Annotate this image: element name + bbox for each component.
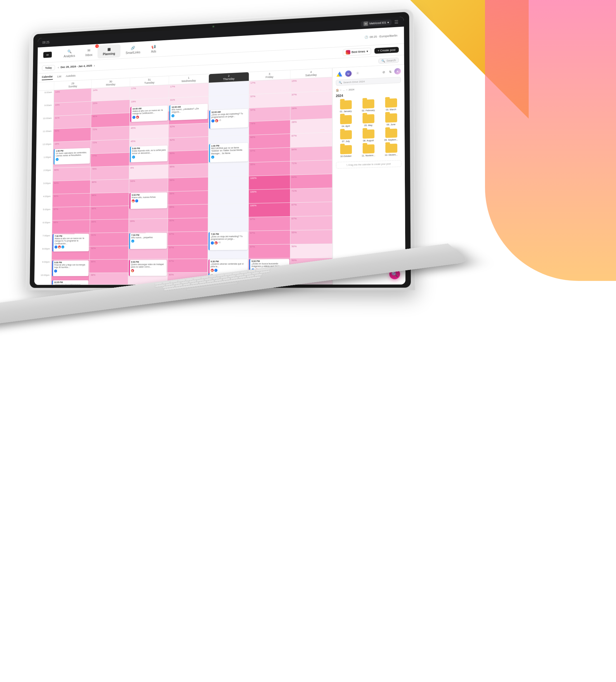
user-avatar-icon[interactable]: U (345, 71, 352, 76)
folder-mar[interactable]: 03. March (381, 98, 401, 111)
slot-mon-1[interactable]: 77% (91, 153, 129, 167)
slot-wed-5[interactable]: 95% (168, 204, 208, 219)
post-thu-1pm[interactable]: 1:00 PM RECUERDA que no se llama 'Sideba… (209, 143, 248, 162)
slot-fri-6[interactable]: 97% (248, 217, 290, 231)
slot-sun-6[interactable]: 88% (52, 220, 90, 233)
slot-wed-4[interactable]: 98% (168, 191, 208, 205)
sidebar-item-ads[interactable]: 📢 Ads (146, 42, 162, 56)
folder-jul[interactable]: 07. July (336, 130, 356, 143)
slot-wed-6[interactable]: 90% (168, 218, 208, 232)
post-sun-9pm[interactable]: 9:00 PM Final de año y llego con la ener… (52, 260, 89, 276)
slot-wed-12[interactable]: 62% (168, 137, 208, 151)
folder-feb[interactable]: 02. February (358, 99, 378, 112)
slot-sun-10[interactable]: 31% (54, 115, 91, 129)
slot-sat-12[interactable]: 67% (290, 132, 332, 147)
slot-thu-9[interactable] (209, 95, 249, 110)
slot-wed-7pm[interactable]: 97% (168, 232, 208, 246)
slot-sun-7pm[interactable]: 92% 7:00 PM Ataba al año con un nuevo ao… (52, 233, 90, 247)
slot-thu-7pm[interactable]: 7:00 PM ¿Eres un ninja del marketing? Tu… (208, 231, 249, 245)
slot-sun-8[interactable]: 14% (54, 88, 92, 103)
slot-mon-11[interactable]: 72% (91, 126, 130, 141)
slot-sun-2[interactable]: 90% (53, 167, 91, 181)
tab-calendar[interactable]: Calendar (42, 75, 53, 80)
slot-fri-8[interactable]: 17% (249, 79, 290, 95)
calendar-search[interactable]: 🔍 Search (379, 58, 399, 63)
slot-mon-3[interactable]: 80% (91, 179, 129, 193)
slot-wed-2[interactable]: 95% (168, 164, 208, 179)
slot-mon-7pm[interactable]: 91% (90, 232, 128, 246)
sidebar-item-analytics[interactable]: 🔍 Analytics (58, 46, 80, 61)
slot-tue-2[interactable]: 8% (129, 165, 168, 179)
folder-nov[interactable]: 11. Noviem... (358, 144, 378, 157)
slot-sat-2[interactable]: 71% (290, 160, 332, 175)
post-tue-5pm[interactable]: 5:00 PM Estás leyendo esto, es tu señal … (130, 145, 168, 162)
sidebar-item-smartlinks[interactable]: 🔗 SmartLinks (120, 43, 146, 57)
slot-fri-4[interactable]: 100% (249, 189, 290, 204)
slot-fri-7pm[interactable]: 97% (248, 230, 290, 245)
slot-tue-9pm[interactable]: 35% 9:00 PM Quiero descargar video de In… (128, 259, 168, 273)
slot-wed-1[interactable]: 90% (168, 150, 208, 165)
slot-tue-3[interactable]: 93% (129, 178, 168, 192)
slot-tue-4[interactable]: 36% 9:00 PM Nuevo año, nuevas fichas ◉ f (129, 192, 168, 206)
post-tue-9pm2[interactable]: 9:00 PM Quiero descargar video de Instap… (129, 260, 167, 276)
slot-sat-11[interactable]: 28% (290, 119, 332, 134)
slot-sat-7pm[interactable]: 55% (290, 230, 333, 244)
slot-sat-5[interactable]: 67% (290, 202, 332, 217)
create-post-button[interactable]: + Create post (374, 46, 399, 53)
slot-thu-6[interactable] (208, 217, 249, 232)
slot-sat-6[interactable]: 67% (290, 216, 333, 231)
slot-sun-12[interactable]: 19% 1:00 PM Un buen calendario de conten… (53, 141, 91, 155)
slot-sat-1[interactable]: 84% (290, 146, 332, 161)
menu-dots[interactable]: ☰ (394, 19, 399, 25)
post-thu-7pm[interactable]: 7:00 PM ¿Eres un ninja del marketing? Tu… (208, 232, 247, 250)
post-thu-10am[interactable]: 10:00 AM ¿Eres un ninja del marketing? T… (209, 109, 248, 129)
slot-thu-3[interactable] (208, 176, 249, 191)
slot-mon-5[interactable]: 88% (90, 206, 129, 220)
tab-autolists[interactable]: Autolists (66, 74, 75, 79)
slot-tue-8[interactable]: 17% (130, 85, 169, 100)
slot-wed-9[interactable]: 31% 10:00 AM Año nuevo, ¿olvidados? ¿De … (169, 96, 209, 111)
slot-fri-1[interactable]: 97% (249, 147, 290, 163)
post-card-mon-10am[interactable]: 10:00 AM Ataba al año con un nuevo ao: l… (131, 106, 168, 122)
filter-icon[interactable]: ⊘ (381, 69, 386, 75)
folder-sep[interactable]: 09. Septem... (381, 128, 401, 141)
prev-week-button[interactable]: ‹ (58, 66, 58, 69)
slot-sun-5[interactable]: 87% (52, 207, 91, 220)
slot-thu-12[interactable]: 1:00 PM RECUERDA que no se llama 'Sideba… (208, 135, 249, 151)
sidebar-item-planning[interactable]: ▦ Planning (98, 44, 120, 59)
slot-sun-3[interactable]: 94% (53, 180, 91, 194)
slot-mon-12[interactable]: 72% (91, 139, 130, 154)
metricool-badge[interactable]: ∞ Metricool ES ▾ (361, 19, 392, 27)
slot-mon-9[interactable]: 23% (91, 100, 130, 115)
folder-apr[interactable]: 04. April (336, 115, 356, 128)
best-times-button[interactable]: Best times ▾ (343, 47, 371, 56)
slot-mon-10pm[interactable]: 38% (90, 273, 128, 285)
slot-sun-11[interactable]: 50% (53, 128, 91, 142)
slot-sat-3[interactable]: 64% (290, 174, 332, 189)
slot-fri-8pm[interactable]: 97% (248, 244, 290, 258)
post-sun-10pm[interactable]: 10:35 PM ¿Crees que las publicaciones me… (52, 280, 89, 285)
slot-sat-9[interactable]: 37% (290, 91, 332, 107)
slot-sat-8pm[interactable]: 50% (290, 244, 333, 258)
slot-fri-3[interactable]: 100% (249, 175, 290, 190)
folder-aug[interactable]: 08. August (358, 129, 378, 142)
slot-wed-8pm[interactable]: 97% (168, 245, 208, 259)
slot-mon-8pm[interactable]: 92% (90, 246, 128, 260)
slot-fri-12[interactable]: 82% (249, 134, 290, 149)
slot-fri-5[interactable]: 100% (249, 203, 290, 218)
post-tue-7pm[interactable]: 7:00 PM Año nuevo... pequeños ✕ (129, 233, 167, 249)
slot-sun-9pm[interactable]: 91% 9:00 PM Final de año y llego con la … (51, 260, 90, 273)
breadcrumb-home-icon[interactable]: 🏠 (336, 89, 339, 91)
slot-tue-12[interactable]: 45% 5:00 PM Estás leyendo esto, es tu se… (129, 138, 169, 153)
google-drive-icon[interactable] (336, 71, 343, 77)
slot-mon-2[interactable]: 78% (91, 166, 129, 180)
sidebar-item-inbox[interactable]: ✉ Inbox 1 (80, 45, 98, 59)
tab-list[interactable]: List (57, 75, 62, 79)
slot-tue-6[interactable]: 39% (128, 219, 168, 232)
slot-wed-11[interactable]: 62% (169, 123, 209, 138)
folder-oct[interactable]: 10.October (336, 145, 356, 158)
folder-dec[interactable]: 12. Diciem... (381, 143, 401, 157)
folder-jan[interactable]: 01. January (336, 100, 356, 113)
breadcrumb-dots[interactable]: … (342, 89, 345, 91)
slot-fri-11[interactable]: 74% (249, 120, 290, 135)
